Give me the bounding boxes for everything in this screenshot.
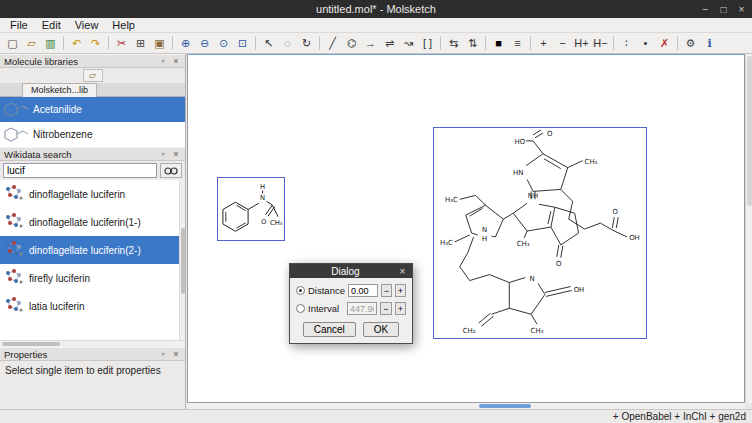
- close-icon[interactable]: ×: [735, 4, 748, 15]
- dialog-close-icon[interactable]: ×: [397, 266, 408, 277]
- search-result-item[interactable]: firefly luciferin: [0, 264, 185, 292]
- cut-button[interactable]: ✂: [112, 34, 131, 52]
- dock-float-icon[interactable]: ▫: [158, 349, 168, 359]
- toolbar-button-icon: ◌: [284, 37, 291, 49]
- charge-plus-button[interactable]: +: [534, 34, 553, 52]
- wikidata-search-row: [0, 161, 185, 180]
- toolbar-button-icon: ✂: [117, 37, 126, 49]
- molecule-libraries-header: Molecule libraries ▫ ×: [0, 54, 185, 68]
- scrollbar-thumb[interactable]: [747, 56, 752, 206]
- search-result-item[interactable]: dinoflagellate luciferin: [0, 180, 185, 208]
- info-button[interactable]: ℹ: [700, 34, 719, 52]
- scrollbar-thumb[interactable]: [181, 228, 185, 294]
- dock-close-icon[interactable]: ×: [171, 149, 181, 159]
- search-input[interactable]: [3, 163, 157, 178]
- zoom-original-button[interactable]: ⊙: [214, 34, 233, 52]
- distance-increment-button[interactable]: +: [395, 284, 406, 297]
- minimize-icon[interactable]: −: [699, 4, 712, 15]
- wikidata-search-title: Wikidata search: [4, 149, 72, 160]
- scrollbar-thumb[interactable]: [2, 342, 60, 346]
- dock-close-icon[interactable]: ×: [171, 349, 181, 359]
- drawing-canvas[interactable]: H N O CH₃ HO O: [187, 54, 745, 403]
- library-item[interactable]: Nitrobenzene: [0, 122, 185, 147]
- select-tool-button[interactable]: ↖: [259, 34, 278, 52]
- menu-item[interactable]: Edit: [35, 18, 68, 32]
- selection-rect-acetanilide[interactable]: H N O CH₃: [217, 177, 285, 241]
- zoom-in-button[interactable]: ⊕: [176, 34, 195, 52]
- atom-label: H: [482, 235, 487, 243]
- search-result-item[interactable]: latia luciferin: [0, 292, 185, 320]
- dialog-body: Distance − + Interval − + Cancel OK: [290, 278, 412, 343]
- zoom-fit-button[interactable]: ⊡: [233, 34, 252, 52]
- dialog-titlebar[interactable]: Dialog ×: [290, 264, 412, 278]
- redo-button[interactable]: ↷: [86, 34, 105, 52]
- interval-increment-button[interactable]: +: [395, 302, 406, 315]
- dock-float-icon[interactable]: ▫: [158, 149, 168, 159]
- hydrogen-plus-button[interactable]: H+: [572, 34, 591, 52]
- reaction-arrow-button[interactable]: →: [361, 34, 380, 52]
- cancel-button[interactable]: Cancel: [303, 322, 356, 337]
- distance-value-input[interactable]: [348, 284, 378, 297]
- interval-radio[interactable]: [296, 304, 305, 313]
- interval-value-input[interactable]: [347, 302, 377, 315]
- library-list: Acetanilide Nitrobenzene: [0, 97, 185, 147]
- distance-decrement-button[interactable]: −: [381, 284, 392, 297]
- flip-horizontal-button[interactable]: ⇆: [444, 34, 463, 52]
- toolbar-separator: [63, 36, 64, 50]
- undo-button[interactable]: ↶: [67, 34, 86, 52]
- copy-button[interactable]: ⊞: [131, 34, 150, 52]
- toolbar-button-icon: ⊡: [238, 37, 247, 49]
- ok-button[interactable]: OK: [363, 322, 399, 337]
- tab-molsketch-lib[interactable]: Molsketch...lib: [22, 83, 97, 97]
- equilibrium-arrow-button[interactable]: ⇌: [380, 34, 399, 52]
- library-item[interactable]: Acetanilide: [0, 97, 185, 122]
- open-library-icon[interactable]: ▱: [83, 69, 103, 82]
- rotate-tool-button[interactable]: ↻: [297, 34, 316, 52]
- charge-minus-button[interactable]: −: [553, 34, 572, 52]
- paste-button[interactable]: ▣: [150, 34, 169, 52]
- results-horizontal-scrollbar[interactable]: [0, 340, 185, 347]
- line-width-button[interactable]: ≡: [508, 34, 527, 52]
- statusbar: + OpenBabel + InChI + gen2d: [0, 409, 752, 423]
- menu-item[interactable]: File: [3, 18, 35, 32]
- search-result-item[interactable]: dinoflagellate luciferin(2-): [0, 236, 185, 264]
- settings-button[interactable]: ⚙: [681, 34, 700, 52]
- dock-close-icon[interactable]: ×: [171, 56, 181, 66]
- draw-bond-button[interactable]: ╱: [323, 34, 342, 52]
- atom-label: OH: [574, 286, 585, 294]
- search-result-item[interactable]: dinoflagellate luciferin(1-): [0, 208, 185, 236]
- scrollbar-thumb[interactable]: [479, 404, 531, 408]
- radical-button[interactable]: •: [636, 34, 655, 52]
- flip-vertical-button[interactable]: ⇅: [463, 34, 482, 52]
- lone-pair-button[interactable]: ∶: [617, 34, 636, 52]
- toolbar-separator: [172, 36, 173, 50]
- titlebar: untitled.mol* - Molsketch − □ ×: [0, 0, 752, 18]
- toolbar-button-icon: H+: [574, 37, 588, 49]
- maximize-icon[interactable]: □: [717, 4, 730, 15]
- menu-item[interactable]: View: [68, 18, 106, 32]
- open-file-button[interactable]: ▱: [22, 34, 41, 52]
- canvas-horizontal-scrollbar[interactable]: [187, 403, 745, 409]
- lasso-tool-button[interactable]: ◌: [278, 34, 297, 52]
- results-scrollbar[interactable]: [179, 180, 185, 340]
- interval-decrement-button[interactable]: −: [380, 302, 391, 315]
- distance-radio[interactable]: [296, 286, 305, 295]
- new-document-button[interactable]: ▢: [3, 34, 22, 52]
- save-button[interactable]: ▥: [41, 34, 60, 52]
- search-button[interactable]: [160, 163, 182, 178]
- draw-ring-button[interactable]: ⌬: [342, 34, 361, 52]
- mechanism-arrow-button[interactable]: ↝: [399, 34, 418, 52]
- menu-item[interactable]: Help: [105, 18, 142, 32]
- hydrogen-minus-button[interactable]: H−: [591, 34, 610, 52]
- atom-label: HN: [513, 169, 523, 177]
- canvas-vertical-scrollbar[interactable]: [745, 54, 752, 403]
- dock-float-icon[interactable]: ▫: [158, 56, 168, 66]
- bracket-button[interactable]: [ ]: [418, 34, 437, 52]
- color-swatch-button[interactable]: ■: [489, 34, 508, 52]
- delete-button[interactable]: ✗: [655, 34, 674, 52]
- toolbar-button-icon: −: [559, 37, 565, 49]
- atom-label: N: [529, 275, 534, 283]
- zoom-out-button[interactable]: ⊖: [195, 34, 214, 52]
- left-dock: Molecule libraries ▫ × ▱ Molsketch...lib: [0, 54, 186, 409]
- selection-rect-luciferin[interactable]: HO O HN CH₃ O OH: [433, 127, 647, 339]
